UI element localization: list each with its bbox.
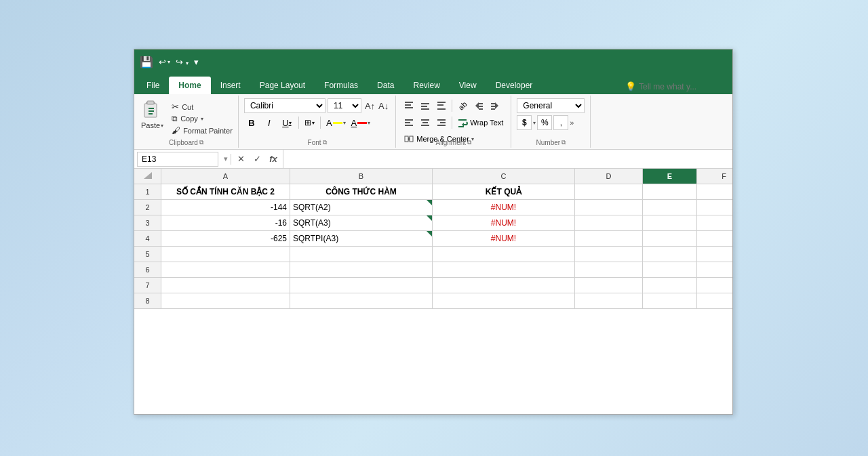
corner-cell[interactable] (134, 169, 161, 184)
bold-button[interactable]: B (244, 115, 259, 130)
cell-e8[interactable] (643, 293, 697, 308)
wrap-text-button[interactable]: Wrap Text (455, 117, 505, 129)
center-align-button[interactable] (418, 115, 433, 130)
underline-button[interactable]: U ▾ (279, 115, 294, 130)
cell-a8[interactable] (161, 293, 290, 308)
column-header-d[interactable]: D (575, 169, 643, 184)
name-box[interactable] (137, 152, 218, 167)
font-size-select[interactable]: 11 (328, 98, 361, 113)
cell-a3[interactable]: -16 (161, 215, 290, 230)
cell-c7[interactable] (433, 278, 575, 293)
row-header-8[interactable]: 8 (134, 293, 161, 308)
cell-f2[interactable] (697, 200, 732, 215)
tab-view[interactable]: View (450, 77, 486, 94)
bottom-align-button[interactable] (434, 98, 449, 113)
cell-c8[interactable] (433, 293, 575, 308)
format-painter-button[interactable]: 🖌 Format Painter (170, 125, 234, 136)
tab-data[interactable]: Data (368, 77, 403, 94)
formula-input[interactable] (283, 150, 732, 168)
number-expand-icon[interactable]: ⧉ (561, 139, 566, 146)
column-header-a[interactable]: A (161, 169, 290, 184)
clipboard-expand-icon[interactable]: ⧉ (199, 139, 203, 146)
row-header-3[interactable]: 3 (134, 215, 161, 230)
cell-b1[interactable]: CÔNG THỨC HÀM (290, 184, 433, 199)
italic-button[interactable]: I (262, 115, 277, 130)
column-header-c[interactable]: C (433, 169, 575, 184)
formula-function-button[interactable]: fx (267, 152, 280, 166)
cell-d7[interactable] (575, 278, 643, 293)
cell-b7[interactable] (290, 278, 433, 293)
cell-f5[interactable] (697, 247, 732, 262)
middle-align-button[interactable] (418, 98, 433, 113)
cell-e6[interactable] (643, 262, 697, 277)
increase-font-size-button[interactable]: A↑ (363, 101, 376, 111)
cell-e3[interactable] (643, 215, 697, 230)
cell-d2[interactable] (575, 200, 643, 215)
indent-increase-button[interactable] (488, 98, 502, 113)
row-header-6[interactable]: 6 (134, 262, 161, 277)
cell-b4[interactable]: SQRTPI(A3) (290, 231, 433, 246)
tell-me-input[interactable] (639, 82, 727, 91)
currency-button[interactable]: $ (517, 115, 532, 130)
cell-f3[interactable] (697, 215, 732, 230)
cell-a5[interactable] (161, 247, 290, 262)
cell-d6[interactable] (575, 262, 643, 277)
cell-e5[interactable] (643, 247, 697, 262)
formula-cancel-button[interactable]: ✕ (234, 152, 248, 166)
cell-a6[interactable] (161, 262, 290, 277)
cell-b2[interactable]: SQRT(A2) (290, 200, 433, 215)
decrease-font-size-button[interactable]: A↓ (377, 101, 390, 111)
percent-button[interactable]: % (537, 115, 552, 130)
cell-e1[interactable] (643, 184, 697, 199)
cell-c1[interactable]: KẾT QUẢ (433, 184, 575, 199)
tab-review[interactable]: Review (403, 77, 449, 94)
undo-button[interactable]: ↩ ▾ (159, 57, 170, 67)
comma-button[interactable]: , (553, 115, 568, 130)
cut-button[interactable]: ✂ Cut (170, 101, 234, 112)
font-color-button[interactable]: A ▾ (350, 117, 372, 129)
tab-home[interactable]: Home (169, 77, 210, 94)
font-family-select[interactable]: Calibri (244, 98, 326, 113)
cell-f8[interactable] (697, 293, 732, 308)
formula-confirm-button[interactable]: ✓ (250, 152, 264, 166)
cell-f4[interactable] (697, 231, 732, 246)
customize-qat-button[interactable]: ▾ (194, 57, 199, 67)
orientation-button[interactable]: ab (455, 98, 470, 113)
column-header-f[interactable]: F (697, 169, 732, 184)
cell-c3[interactable]: #NUM! (433, 215, 575, 230)
number-format-select[interactable]: General (517, 98, 585, 113)
cell-c5[interactable] (433, 247, 575, 262)
cell-b6[interactable] (290, 262, 433, 277)
cell-c6[interactable] (433, 262, 575, 277)
font-expand-icon[interactable]: ⧉ (323, 139, 327, 146)
cell-d5[interactable] (575, 247, 643, 262)
tab-formulas[interactable]: Formulas (315, 77, 368, 94)
tab-developer[interactable]: Developer (486, 77, 542, 94)
cell-b5[interactable] (290, 247, 433, 262)
row-header-1[interactable]: 1 (134, 184, 161, 199)
cell-d8[interactable] (575, 293, 643, 308)
cell-a4[interactable]: -625 (161, 231, 290, 246)
row-header-7[interactable]: 7 (134, 278, 161, 293)
tab-file[interactable]: File (137, 77, 169, 94)
cell-c4[interactable]: #NUM! (433, 231, 575, 246)
row-header-5[interactable]: 5 (134, 247, 161, 262)
cell-b8[interactable] (290, 293, 433, 308)
name-box-dropdown[interactable]: ▾ (221, 154, 231, 163)
redo-button[interactable]: ↪ ▾ (176, 57, 189, 67)
save-icon[interactable]: 💾 (140, 56, 153, 68)
column-header-b[interactable]: B (290, 169, 433, 184)
cell-d3[interactable] (575, 215, 643, 230)
row-header-2[interactable]: 2 (134, 200, 161, 215)
right-align-button[interactable] (434, 115, 449, 130)
paste-button[interactable]: Paste ▾ (138, 98, 166, 131)
indent-decrease-button[interactable] (471, 98, 486, 113)
tab-insert[interactable]: Insert (211, 77, 250, 94)
alignment-expand-icon[interactable]: ⧉ (467, 139, 471, 146)
cell-e2[interactable] (643, 200, 697, 215)
cell-f1[interactable] (697, 184, 732, 199)
cell-d4[interactable] (575, 231, 643, 246)
row-header-4[interactable]: 4 (134, 231, 161, 246)
cell-e7[interactable] (643, 278, 697, 293)
cell-a2[interactable]: -144 (161, 200, 290, 215)
